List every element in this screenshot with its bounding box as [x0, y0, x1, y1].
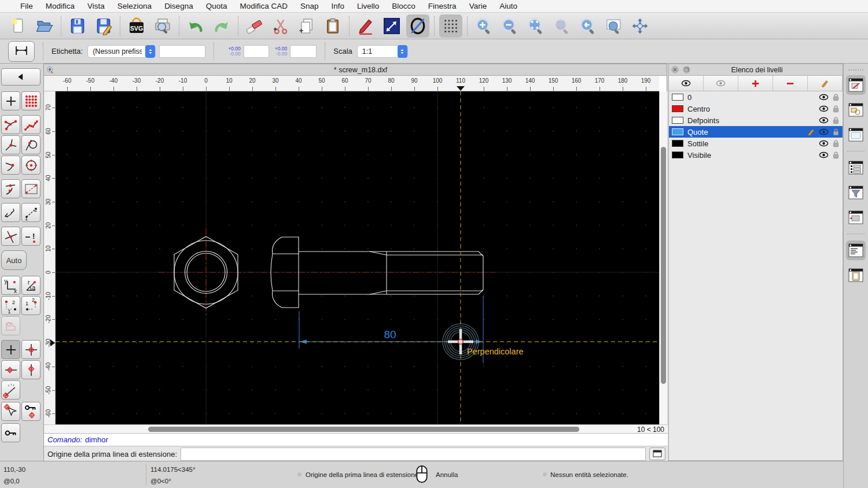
snap-distance-manual-button[interactable]: 12: [21, 203, 41, 222]
float-panel-icon[interactable]: ❐: [683, 66, 690, 73]
menu-item-livello[interactable]: Livello: [351, 2, 385, 10]
remove-layer-button[interactable]: [773, 76, 808, 91]
add-layer-button[interactable]: [738, 76, 773, 91]
layer-visibility-eye-icon[interactable]: [819, 94, 829, 101]
dock-toggle-command-line[interactable]: [846, 241, 866, 260]
copy-button[interactable]: [295, 14, 318, 38]
menu-item-aiuto[interactable]: Aiuto: [493, 2, 524, 10]
dimension-horizontal-tool-button[interactable]: [8, 41, 35, 62]
tolerance-lower-input[interactable]: [290, 45, 317, 58]
layer-visibility-eye-icon[interactable]: [819, 105, 829, 112]
menu-item-disegna[interactable]: Disegna: [158, 2, 200, 10]
stamp-button[interactable]: [1, 316, 20, 335]
drawing-canvas[interactable]: 80Perpendicolare: [56, 91, 659, 424]
set-relative-zero-button[interactable]: [1, 402, 20, 421]
close-icon[interactable]: ✕: [671, 66, 679, 73]
show-all-layers-button[interactable]: [669, 76, 704, 91]
restrict-horizontal-button[interactable]: [1, 360, 20, 379]
snap-auto-button[interactable]: [1, 156, 20, 175]
snap-perpendicular-button[interactable]: [1, 135, 20, 154]
layer-row-defpoints[interactable]: Defpoints: [669, 114, 843, 126]
menu-item-vista[interactable]: Vista: [81, 2, 111, 10]
layer-lock-icon[interactable]: [832, 151, 840, 159]
command-input[interactable]: [181, 448, 646, 461]
snap-grid-button[interactable]: [21, 91, 41, 110]
snap-angle-button[interactable]: [1, 380, 20, 400]
layer-row-0[interactable]: 0: [669, 91, 843, 103]
command-window-toggle-button[interactable]: [649, 448, 665, 460]
line-angle-button[interactable]: [380, 14, 403, 38]
layer-edit-pencil-icon[interactable]: [807, 128, 815, 136]
edit-layer-button[interactable]: [808, 76, 843, 91]
coordinate-cartesian-button[interactable]: yx: [1, 276, 20, 295]
save-button[interactable]: [66, 14, 89, 38]
vertical-scrollbar[interactable]: [659, 91, 667, 424]
eraser-button[interactable]: [243, 14, 266, 38]
dock-toggle-property-editor[interactable]: [846, 265, 866, 285]
layer-row-centro[interactable]: Centro: [669, 103, 843, 114]
dock-toggle-entity-list[interactable]: [846, 158, 866, 178]
ellipse-tool-button[interactable]: [406, 14, 429, 38]
layer-lock-icon[interactable]: [832, 116, 840, 124]
layer-lock-icon[interactable]: [832, 139, 840, 147]
svg-export-button[interactable]: SVG: [125, 14, 148, 38]
menu-item-finestra[interactable]: Finestra: [422, 2, 463, 10]
vertical-scrollbar-thumb[interactable]: [661, 147, 666, 384]
zoom-selection-button[interactable]: [550, 14, 573, 38]
dock-toggle-layer-list[interactable]: [846, 75, 866, 95]
snap-middle-button[interactable]: [1, 179, 20, 198]
restrict-nothing-button[interactable]: [1, 340, 20, 359]
dock-toggle-viewport[interactable]: [846, 208, 866, 227]
back-button[interactable]: [1, 68, 41, 86]
lock-relative-zero-button[interactable]: [21, 402, 41, 421]
folder-open-button[interactable]: [33, 14, 56, 38]
layer-row-sottile[interactable]: Sottile: [669, 138, 843, 149]
print-preview-button[interactable]: [151, 14, 174, 38]
zoom-in-button[interactable]: [472, 14, 495, 38]
dimension-prefix-select[interactable]: (Nessun prefiss: [87, 45, 156, 58]
restrict-off-button[interactable]: !: [21, 227, 41, 246]
snap-tangent-button[interactable]: [21, 135, 41, 154]
zoom-window-button[interactable]: [602, 14, 626, 38]
dimension-label-input[interactable]: [159, 45, 205, 58]
horizontal-scrollbar-thumb[interactable]: [148, 427, 579, 432]
undo-button[interactable]: [184, 14, 207, 38]
layer-lock-icon[interactable]: [832, 105, 840, 113]
paste-button[interactable]: [321, 14, 344, 38]
layer-visibility-eye-icon[interactable]: [819, 117, 829, 124]
dock-toggle-block-list[interactable]: [846, 100, 866, 120]
unlock-relative-zero-button[interactable]: [1, 423, 20, 442]
snap-center-button[interactable]: [21, 156, 41, 175]
layer-row-quote[interactable]: Quote: [669, 126, 843, 138]
relative-cartesian-button[interactable]: 12: [1, 296, 20, 315]
relative-polar-button[interactable]: 12: [21, 296, 41, 315]
snap-endpoints-button[interactable]: [1, 115, 20, 134]
menu-item-file[interactable]: File: [14, 2, 39, 10]
tolerance-upper-input[interactable]: [244, 45, 269, 58]
layer-row-visibile[interactable]: Visibile: [669, 149, 843, 161]
menu-item-blocco[interactable]: Blocco: [385, 2, 422, 10]
document-titlebar[interactable]: * screw_m18.dxf: [44, 64, 667, 76]
save-as-button[interactable]: [92, 14, 115, 38]
document-new-button[interactable]: [7, 14, 30, 38]
horizontal-scrollbar[interactable]: 10 < 100: [44, 424, 668, 433]
layer-lock-icon[interactable]: [832, 93, 840, 101]
restrict-vertical-button[interactable]: [21, 360, 41, 379]
layer-visibility-eye-icon[interactable]: [819, 128, 829, 135]
snap-intersection-button[interactable]: [1, 227, 20, 246]
snap-on-entity-button[interactable]: [21, 115, 41, 134]
layer-visibility-eye-icon[interactable]: [819, 151, 829, 158]
snap-distance-button[interactable]: [1, 203, 20, 222]
menu-item-snap[interactable]: Snap: [294, 2, 325, 10]
dimension-scale-select[interactable]: 1:1: [357, 45, 408, 58]
dock-drag-handle[interactable]: [848, 69, 863, 71]
grid-snap-toggle-button[interactable]: [439, 14, 462, 38]
zoom-out-button[interactable]: [498, 14, 521, 38]
restrict-orthogonal-button[interactable]: [21, 340, 41, 359]
zoom-previous-button[interactable]: [576, 14, 599, 38]
cut-button[interactable]: [269, 14, 292, 38]
menu-item-modifica-cad[interactable]: Modifica CAD: [233, 2, 294, 10]
dock-toggle-library-browser[interactable]: [846, 125, 866, 145]
zoom-auto-button[interactable]: [524, 14, 547, 38]
zoom-pan-button[interactable]: [628, 14, 652, 38]
